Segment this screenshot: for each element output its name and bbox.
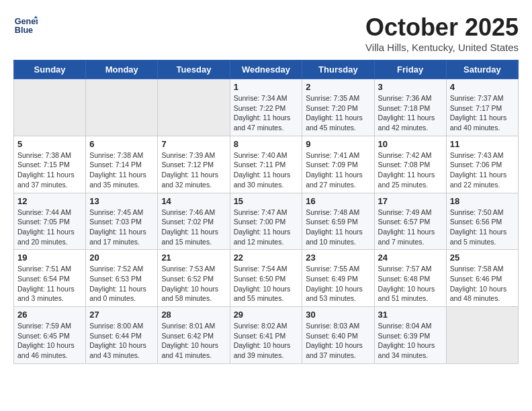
weekday-header: Thursday xyxy=(302,60,374,79)
day-info: Sunrise: 7:51 AM Sunset: 6:54 PM Dayligh… xyxy=(17,264,82,304)
month-title: October 2025 xyxy=(365,13,519,42)
day-number: 21 xyxy=(161,253,226,263)
weekday-header: Friday xyxy=(374,60,446,79)
day-number: 15 xyxy=(234,196,299,206)
day-number: 29 xyxy=(234,310,299,320)
calendar-cell: 28Sunrise: 8:01 AM Sunset: 6:42 PM Dayli… xyxy=(158,307,230,364)
day-number: 16 xyxy=(306,196,370,206)
day-info: Sunrise: 7:55 AM Sunset: 6:49 PM Dayligh… xyxy=(306,264,370,304)
day-info: Sunrise: 7:40 AM Sunset: 7:11 PM Dayligh… xyxy=(234,150,299,190)
calendar-week-row: 19Sunrise: 7:51 AM Sunset: 6:54 PM Dayli… xyxy=(14,250,519,307)
day-number: 11 xyxy=(450,139,515,149)
day-info: Sunrise: 7:45 AM Sunset: 7:03 PM Dayligh… xyxy=(89,208,154,247)
calendar-cell xyxy=(446,307,518,364)
day-info: Sunrise: 7:47 AM Sunset: 7:00 PM Dayligh… xyxy=(234,208,299,247)
day-number: 2 xyxy=(306,82,370,92)
calendar-cell: 27Sunrise: 8:00 AM Sunset: 6:44 PM Dayli… xyxy=(86,307,158,364)
day-info: Sunrise: 7:46 AM Sunset: 7:02 PM Dayligh… xyxy=(161,208,226,247)
day-info: Sunrise: 7:36 AM Sunset: 7:18 PM Dayligh… xyxy=(378,93,443,133)
calendar-cell: 13Sunrise: 7:45 AM Sunset: 7:03 PM Dayli… xyxy=(86,193,158,250)
day-number: 28 xyxy=(161,310,226,320)
day-number: 23 xyxy=(306,253,370,263)
calendar-cell: 21Sunrise: 7:53 AM Sunset: 6:52 PM Dayli… xyxy=(158,250,230,307)
day-info: Sunrise: 7:43 AM Sunset: 7:06 PM Dayligh… xyxy=(450,150,515,190)
day-info: Sunrise: 7:38 AM Sunset: 7:15 PM Dayligh… xyxy=(17,150,82,190)
calendar-cell: 2Sunrise: 7:35 AM Sunset: 7:20 PM Daylig… xyxy=(302,79,374,136)
calendar-cell: 29Sunrise: 8:02 AM Sunset: 6:41 PM Dayli… xyxy=(230,307,302,364)
weekday-header-row: SundayMondayTuesdayWednesdayThursdayFrid… xyxy=(14,60,519,79)
day-info: Sunrise: 7:48 AM Sunset: 6:59 PM Dayligh… xyxy=(306,208,370,247)
day-number: 12 xyxy=(17,196,82,206)
weekday-header: Monday xyxy=(86,60,158,79)
day-number: 27 xyxy=(89,310,154,320)
calendar-week-row: 1Sunrise: 7:34 AM Sunset: 7:22 PM Daylig… xyxy=(14,79,519,136)
day-info: Sunrise: 7:42 AM Sunset: 7:08 PM Dayligh… xyxy=(378,150,443,190)
calendar-cell xyxy=(14,79,86,136)
calendar-week-row: 26Sunrise: 7:59 AM Sunset: 6:45 PM Dayli… xyxy=(14,307,519,364)
day-info: Sunrise: 7:57 AM Sunset: 6:48 PM Dayligh… xyxy=(378,264,443,304)
calendar-cell: 10Sunrise: 7:42 AM Sunset: 7:08 PM Dayli… xyxy=(374,136,446,193)
day-info: Sunrise: 7:37 AM Sunset: 7:17 PM Dayligh… xyxy=(450,93,515,133)
calendar-cell: 1Sunrise: 7:34 AM Sunset: 7:22 PM Daylig… xyxy=(230,79,302,136)
day-info: Sunrise: 7:41 AM Sunset: 7:09 PM Dayligh… xyxy=(306,150,370,190)
title-area: October 2025 Villa Hills, Kentucky, Unit… xyxy=(365,13,519,53)
calendar-cell: 14Sunrise: 7:46 AM Sunset: 7:02 PM Dayli… xyxy=(158,193,230,250)
calendar-cell: 12Sunrise: 7:44 AM Sunset: 7:05 PM Dayli… xyxy=(14,193,86,250)
day-info: Sunrise: 7:38 AM Sunset: 7:14 PM Dayligh… xyxy=(89,150,154,190)
calendar-cell: 25Sunrise: 7:58 AM Sunset: 6:46 PM Dayli… xyxy=(446,250,518,307)
day-number: 26 xyxy=(17,310,82,320)
day-number: 14 xyxy=(161,196,226,206)
day-number: 19 xyxy=(17,253,82,263)
calendar-cell xyxy=(86,79,158,136)
calendar-cell: 4Sunrise: 7:37 AM Sunset: 7:17 PM Daylig… xyxy=(446,79,518,136)
calendar-table: SundayMondayTuesdayWednesdayThursdayFrid… xyxy=(13,60,519,364)
day-number: 17 xyxy=(378,196,443,206)
calendar-cell: 18Sunrise: 7:50 AM Sunset: 6:56 PM Dayli… xyxy=(446,193,518,250)
calendar-cell: 26Sunrise: 7:59 AM Sunset: 6:45 PM Dayli… xyxy=(14,307,86,364)
calendar-cell: 19Sunrise: 7:51 AM Sunset: 6:54 PM Dayli… xyxy=(14,250,86,307)
calendar-cell: 31Sunrise: 8:04 AM Sunset: 6:39 PM Dayli… xyxy=(374,307,446,364)
day-number: 13 xyxy=(89,196,154,206)
day-info: Sunrise: 7:59 AM Sunset: 6:45 PM Dayligh… xyxy=(17,321,82,361)
calendar-week-row: 5Sunrise: 7:38 AM Sunset: 7:15 PM Daylig… xyxy=(14,136,519,193)
calendar-cell: 22Sunrise: 7:54 AM Sunset: 6:50 PM Dayli… xyxy=(230,250,302,307)
day-number: 30 xyxy=(306,310,370,320)
day-number: 5 xyxy=(17,139,82,149)
day-number: 20 xyxy=(89,253,154,263)
day-info: Sunrise: 8:00 AM Sunset: 6:44 PM Dayligh… xyxy=(89,321,154,361)
calendar-week-row: 12Sunrise: 7:44 AM Sunset: 7:05 PM Dayli… xyxy=(14,193,519,250)
calendar-cell: 24Sunrise: 7:57 AM Sunset: 6:48 PM Dayli… xyxy=(374,250,446,307)
weekday-header: Saturday xyxy=(446,60,518,79)
calendar-cell: 7Sunrise: 7:39 AM Sunset: 7:12 PM Daylig… xyxy=(158,136,230,193)
day-number: 7 xyxy=(161,139,226,149)
day-info: Sunrise: 7:39 AM Sunset: 7:12 PM Dayligh… xyxy=(161,150,226,190)
calendar-cell: 3Sunrise: 7:36 AM Sunset: 7:18 PM Daylig… xyxy=(374,79,446,136)
day-info: Sunrise: 8:03 AM Sunset: 6:40 PM Dayligh… xyxy=(306,321,370,361)
day-number: 8 xyxy=(234,139,299,149)
day-number: 18 xyxy=(450,196,515,206)
day-number: 10 xyxy=(378,139,443,149)
weekday-header: Tuesday xyxy=(158,60,230,79)
day-info: Sunrise: 7:53 AM Sunset: 6:52 PM Dayligh… xyxy=(161,264,226,304)
calendar-cell: 15Sunrise: 7:47 AM Sunset: 7:00 PM Dayli… xyxy=(230,193,302,250)
calendar-cell: 16Sunrise: 7:48 AM Sunset: 6:59 PM Dayli… xyxy=(302,193,374,250)
day-number: 25 xyxy=(450,253,515,263)
calendar-cell xyxy=(158,79,230,136)
day-number: 1 xyxy=(234,82,299,92)
calendar-cell: 9Sunrise: 7:41 AM Sunset: 7:09 PM Daylig… xyxy=(302,136,374,193)
day-info: Sunrise: 8:04 AM Sunset: 6:39 PM Dayligh… xyxy=(378,321,443,361)
day-info: Sunrise: 7:34 AM Sunset: 7:22 PM Dayligh… xyxy=(234,93,299,133)
day-number: 22 xyxy=(234,253,299,263)
day-number: 6 xyxy=(89,139,154,149)
svg-text:Blue: Blue xyxy=(15,26,33,35)
day-info: Sunrise: 7:44 AM Sunset: 7:05 PM Dayligh… xyxy=(17,208,82,247)
day-info: Sunrise: 7:50 AM Sunset: 6:56 PM Dayligh… xyxy=(450,208,515,247)
calendar-cell: 5Sunrise: 7:38 AM Sunset: 7:15 PM Daylig… xyxy=(14,136,86,193)
calendar-cell: 8Sunrise: 7:40 AM Sunset: 7:11 PM Daylig… xyxy=(230,136,302,193)
calendar-cell: 30Sunrise: 8:03 AM Sunset: 6:40 PM Dayli… xyxy=(302,307,374,364)
page-header: General Blue October 2025 Villa Hills, K… xyxy=(13,13,519,53)
logo-icon: General Blue xyxy=(13,13,38,38)
weekday-header: Wednesday xyxy=(230,60,302,79)
weekday-header: Sunday xyxy=(14,60,86,79)
day-number: 4 xyxy=(450,82,515,92)
